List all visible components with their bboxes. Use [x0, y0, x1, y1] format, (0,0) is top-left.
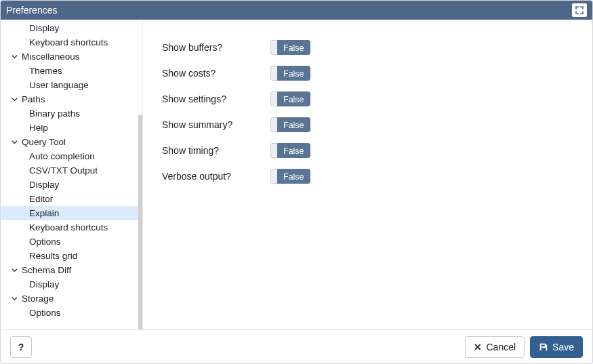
cancel-button[interactable]: ✕ Cancel — [465, 336, 525, 358]
sidebar-group-storage[interactable]: Storage — [1, 291, 142, 306]
toggle-show-buffers[interactable]: False — [270, 40, 310, 55]
sidebar-item-label: Keyboard shortcuts — [29, 222, 108, 232]
setting-row-show-timing: Show timing? False — [162, 138, 573, 163]
chevron-down-icon — [12, 296, 18, 302]
expand-button[interactable] — [572, 3, 587, 17]
toggle-value: False — [277, 40, 310, 55]
toggle-show-timing[interactable]: False — [270, 143, 310, 158]
sidebar-item-label: User language — [29, 80, 89, 90]
sidebar-item-help[interactable]: Help — [1, 121, 142, 135]
sidebar-item-qt-options[interactable]: Options — [1, 235, 142, 249]
setting-label: Show costs? — [162, 68, 270, 79]
toggle-value: False — [277, 92, 310, 106]
nav-tree[interactable]: Display Keyboard shortcuts Miscellaneous… — [1, 21, 142, 327]
setting-row-show-buffers: Show buffers? False — [162, 35, 573, 60]
sidebar-item-themes[interactable]: Themes — [1, 64, 142, 78]
setting-label: Show buffers? — [162, 42, 270, 53]
chevron-down-icon — [12, 139, 18, 145]
help-button[interactable]: ? — [10, 336, 32, 358]
sidebar-item-label: Display — [29, 279, 59, 289]
sidebar-item-csv-txt-output[interactable]: CSV/TXT Output — [1, 163, 142, 178]
toggle-verbose-output[interactable]: False — [270, 169, 310, 184]
save-button[interactable]: Save — [530, 336, 583, 358]
sidebar-item-qt-display[interactable]: Display — [1, 178, 142, 192]
toggle-show-costs[interactable]: False — [270, 66, 310, 81]
toggle-value: False — [277, 117, 310, 132]
toggle-value: False — [277, 66, 310, 81]
toggle-knob — [270, 169, 277, 184]
sidebar: Display Keyboard shortcuts Miscellaneous… — [1, 20, 143, 329]
sidebar-item-keyboard-shortcuts[interactable]: Keyboard shortcuts — [1, 35, 142, 49]
close-icon: ✕ — [474, 342, 482, 352]
sidebar-item-user-language[interactable]: User language — [1, 78, 142, 92]
setting-row-show-settings: Show settings? False — [162, 86, 573, 112]
sidebar-item-label: CSV/TXT Output — [29, 165, 98, 176]
toggle-knob — [270, 117, 277, 132]
sidebar-group-schema-diff[interactable]: Schema Diff — [1, 263, 142, 277]
save-button-label: Save — [552, 342, 574, 352]
sidebar-item-label: Auto completion — [29, 151, 95, 161]
chevron-down-icon — [12, 54, 18, 60]
sidebar-item-label: Options — [29, 237, 61, 247]
toggle-show-summary[interactable]: False — [270, 117, 310, 132]
help-icon: ? — [18, 342, 24, 352]
titlebar: Preferences — [1, 1, 592, 20]
toggle-knob — [270, 143, 277, 158]
sidebar-group-label: Storage — [22, 294, 54, 304]
sidebar-item-label: Binary paths — [29, 108, 80, 119]
sidebar-item-sd-display[interactable]: Display — [1, 277, 142, 291]
setting-label: Verbose output? — [162, 171, 270, 182]
toggle-show-settings[interactable]: False — [270, 92, 310, 106]
setting-label: Show timing? — [162, 145, 270, 156]
toggle-knob — [270, 40, 277, 55]
setting-row-verbose-output: Verbose output? False — [162, 163, 573, 189]
sidebar-item-binary-paths[interactable]: Binary paths — [1, 106, 142, 121]
dialog-title: Preferences — [6, 5, 572, 16]
sidebar-item-label: Editor — [29, 194, 53, 204]
preferences-dialog: Preferences Display Keyboard shortcuts M… — [0, 0, 593, 364]
setting-row-show-summary: Show summary? False — [162, 112, 573, 138]
toggle-knob — [270, 66, 277, 81]
sidebar-group-paths[interactable]: Paths — [1, 92, 142, 106]
setting-row-show-costs: Show costs? False — [162, 60, 573, 86]
sidebar-item-label: Results grid — [29, 251, 77, 261]
sidebar-item-label: Keyboard shortcuts — [29, 37, 108, 47]
chevron-down-icon — [12, 267, 18, 273]
toggle-value: False — [277, 169, 310, 184]
chevron-down-icon — [12, 96, 18, 102]
setting-label: Show summary? — [162, 119, 270, 130]
sidebar-group-miscellaneous[interactable]: Miscellaneous — [1, 49, 142, 64]
setting-label: Show settings? — [162, 94, 270, 104]
sidebar-group-label: Paths — [22, 94, 45, 104]
settings-panel: Show buffers? False Show costs? False Sh… — [143, 20, 592, 329]
save-icon — [539, 342, 548, 352]
sidebar-item-qt-keyboard-shortcuts[interactable]: Keyboard shortcuts — [1, 220, 142, 235]
sidebar-item-storage-options[interactable]: Options — [1, 306, 142, 320]
dialog-body: Display Keyboard shortcuts Miscellaneous… — [1, 20, 592, 329]
sidebar-item-label: Help — [29, 123, 48, 133]
sidebar-item-results-grid[interactable]: Results grid — [1, 249, 142, 263]
sidebar-item-label: Options — [29, 308, 61, 318]
expand-icon — [575, 6, 584, 14]
sidebar-group-label: Schema Diff — [22, 265, 71, 275]
sidebar-group-query-tool[interactable]: Query Tool — [1, 135, 142, 149]
sidebar-item-auto-completion[interactable]: Auto completion — [1, 149, 142, 163]
sidebar-group-label: Miscellaneous — [22, 52, 80, 62]
sidebar-group-label: Query Tool — [22, 137, 66, 147]
sidebar-item-display[interactable]: Display — [1, 21, 142, 35]
sidebar-item-label: Explain — [29, 208, 59, 218]
sidebar-item-label: Display — [29, 23, 59, 33]
toggle-value: False — [277, 143, 310, 158]
cancel-button-label: Cancel — [486, 342, 516, 352]
sidebar-scrollbar[interactable] — [138, 115, 142, 329]
sidebar-item-explain[interactable]: Explain — [1, 206, 142, 220]
toggle-knob — [270, 92, 277, 106]
sidebar-item-editor[interactable]: Editor — [1, 192, 142, 206]
dialog-footer: ? ✕ Cancel Save — [1, 329, 592, 363]
sidebar-item-label: Display — [29, 180, 59, 190]
sidebar-item-label: Themes — [29, 66, 62, 76]
